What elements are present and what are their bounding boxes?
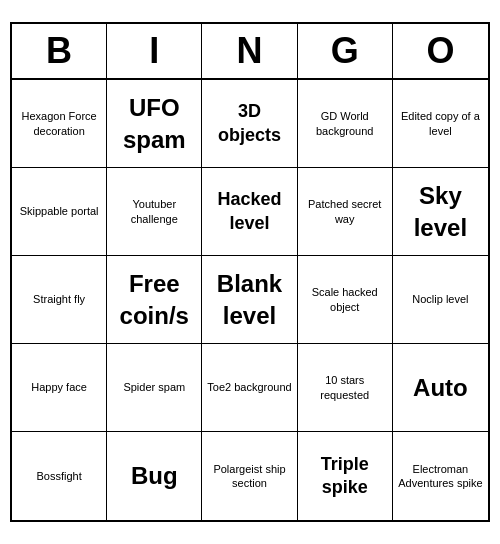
bingo-cell-8: Patched secret way: [298, 168, 393, 256]
bingo-cell-9: Sky level: [393, 168, 488, 256]
bingo-cell-20: Bossfight: [12, 432, 107, 520]
bingo-cell-23: Triple spike: [298, 432, 393, 520]
bingo-cell-10: Straight fly: [12, 256, 107, 344]
bingo-cell-17: Toe2 background: [202, 344, 297, 432]
bingo-cell-5: Skippable portal: [12, 168, 107, 256]
bingo-cell-16: Spider spam: [107, 344, 202, 432]
bingo-letter-g: G: [298, 24, 393, 78]
bingo-cell-12: Blank level: [202, 256, 297, 344]
bingo-grid: Hexagon Force decorationUFO spam3D objec…: [12, 80, 488, 520]
bingo-header: BINGO: [12, 24, 488, 80]
bingo-letter-n: N: [202, 24, 297, 78]
bingo-cell-6: Youtuber challenge: [107, 168, 202, 256]
bingo-cell-19: Auto: [393, 344, 488, 432]
bingo-cell-21: Bug: [107, 432, 202, 520]
bingo-cell-24: Electroman Adventures spike: [393, 432, 488, 520]
bingo-card: BINGO Hexagon Force decorationUFO spam3D…: [10, 22, 490, 522]
bingo-cell-11: Free coin/s: [107, 256, 202, 344]
bingo-letter-b: B: [12, 24, 107, 78]
bingo-cell-13: Scale hacked object: [298, 256, 393, 344]
bingo-cell-15: Happy face: [12, 344, 107, 432]
bingo-cell-4: Edited copy of a level: [393, 80, 488, 168]
bingo-cell-18: 10 stars requested: [298, 344, 393, 432]
bingo-cell-14: Noclip level: [393, 256, 488, 344]
bingo-letter-o: O: [393, 24, 488, 78]
bingo-cell-22: Polargeist ship section: [202, 432, 297, 520]
bingo-cell-1: UFO spam: [107, 80, 202, 168]
bingo-cell-0: Hexagon Force decoration: [12, 80, 107, 168]
bingo-letter-i: I: [107, 24, 202, 78]
bingo-cell-2: 3D objects: [202, 80, 297, 168]
bingo-cell-7: Hacked level: [202, 168, 297, 256]
bingo-cell-3: GD World background: [298, 80, 393, 168]
